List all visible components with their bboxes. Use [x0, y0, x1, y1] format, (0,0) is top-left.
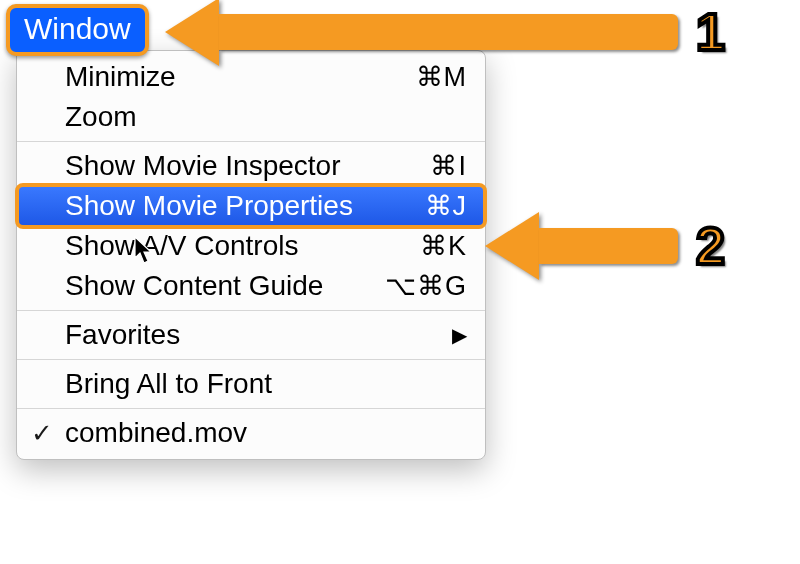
menu-item-combined-mov[interactable]: ✓ combined.mov — [17, 413, 485, 453]
menu-item-label: Show Movie Inspector — [65, 150, 357, 182]
menu-item-label: Zoom — [65, 101, 357, 133]
menu-item-show-av-controls[interactable]: Show A/V Controls ⌘K — [17, 226, 485, 266]
menu-item-shortcut: ⌘K — [377, 230, 467, 262]
menu-item-label: combined.mov — [65, 417, 357, 449]
annotation-number-1: 1 — [696, 2, 725, 62]
arrow-body — [539, 228, 678, 264]
annotation-arrow-1: 1 — [165, 0, 725, 66]
menu-item-bring-all-to-front[interactable]: Bring All to Front — [17, 364, 485, 404]
menu-item-favorites[interactable]: Favorites ▶ — [17, 315, 485, 355]
menu-title[interactable]: Window — [6, 4, 149, 56]
menu-item-show-movie-properties[interactable]: Show Movie Properties ⌘J — [17, 186, 485, 226]
annotation-arrow-2: 2 — [485, 212, 725, 280]
menu-item-label: Favorites — [65, 319, 432, 351]
menu-divider — [17, 310, 485, 311]
menu-item-shortcut: ⌥⌘G — [377, 270, 467, 302]
menu-title-label: Window — [24, 12, 131, 45]
arrow-head-icon — [165, 0, 219, 66]
menu-divider — [17, 408, 485, 409]
arrow-body — [219, 14, 678, 50]
menu-item-label: Bring All to Front — [65, 368, 357, 400]
menu-item-show-content-guide[interactable]: Show Content Guide ⌥⌘G — [17, 266, 485, 306]
menu-item-zoom[interactable]: Zoom — [17, 97, 485, 137]
menu-divider — [17, 141, 485, 142]
arrow-head-icon — [485, 212, 539, 280]
menu-divider — [17, 359, 485, 360]
menu-item-shortcut: ⌘J — [377, 190, 467, 222]
menu-item-label: Show Movie Properties — [65, 190, 357, 222]
check-icon: ✓ — [31, 418, 53, 449]
menu-item-label: Show Content Guide — [65, 270, 357, 302]
menu-item-shortcut: ⌘I — [377, 150, 467, 182]
menu-item-show-movie-inspector[interactable]: Show Movie Inspector ⌘I — [17, 146, 485, 186]
submenu-arrow-icon: ▶ — [452, 323, 467, 347]
annotation-number-2: 2 — [696, 216, 725, 276]
window-menu-panel: Minimize ⌘M Zoom Show Movie Inspector ⌘I… — [16, 50, 486, 460]
menu-item-label: Show A/V Controls — [65, 230, 357, 262]
